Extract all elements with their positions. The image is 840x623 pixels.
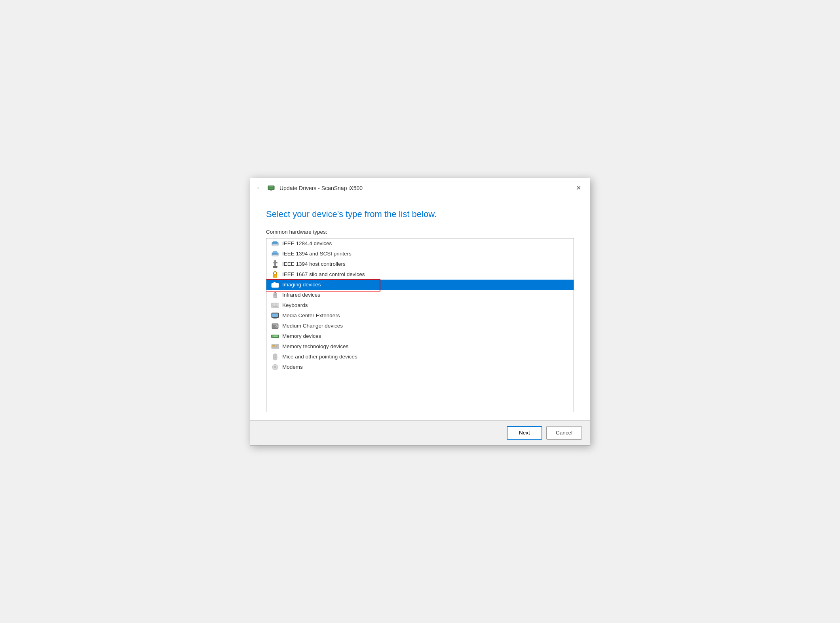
svg-rect-51 xyxy=(273,335,274,337)
list-item-label: IEEE 1394 host controllers xyxy=(282,261,346,267)
disk-icon xyxy=(271,323,279,329)
svg-point-48 xyxy=(276,326,277,327)
list-item-label: Media Center Extenders xyxy=(282,312,340,318)
list-item-label: Medium Changer devices xyxy=(282,323,343,329)
svg-rect-17 xyxy=(273,263,274,263)
svg-point-23 xyxy=(274,285,276,286)
svg-rect-55 xyxy=(277,335,278,337)
svg-rect-52 xyxy=(274,335,275,337)
list-item-label: Modems xyxy=(282,364,303,370)
card-icon xyxy=(271,343,279,350)
infrared-icon xyxy=(271,292,279,298)
keyboard-icon xyxy=(271,302,279,309)
printer-icon xyxy=(271,251,279,257)
list-item-ieee1394scsi[interactable]: IEEE 1394 and SCSI printers xyxy=(266,249,574,259)
list-label: Common hardware types: xyxy=(266,229,574,235)
svg-point-62 xyxy=(275,356,276,358)
page-heading: Select your device's type from the list … xyxy=(266,209,574,219)
back-button[interactable]: ← xyxy=(256,184,263,192)
cancel-button[interactable]: Cancel xyxy=(546,426,582,440)
close-button[interactable]: ✕ xyxy=(572,182,584,194)
svg-rect-35 xyxy=(276,303,277,304)
camera-icon xyxy=(271,282,279,288)
svg-rect-42 xyxy=(272,313,278,317)
generic-icon xyxy=(271,364,279,370)
svg-rect-53 xyxy=(275,335,276,337)
svg-rect-60 xyxy=(272,347,278,348)
dialog-title: Update Drivers - ScanSnap iX500 xyxy=(279,185,363,191)
list-item-keyboards[interactable]: Keyboards xyxy=(266,300,574,311)
list-item-label: Imaging devices xyxy=(282,282,321,288)
list-item-label: Memory technology devices xyxy=(282,343,348,349)
update-drivers-dialog: ← Update Drivers - ScanSnap iX500 ✕ Sele… xyxy=(250,178,590,446)
list-item-label: Keyboards xyxy=(282,302,308,308)
svg-rect-11 xyxy=(272,255,278,256)
next-button[interactable]: Next xyxy=(507,426,542,440)
svg-rect-1 xyxy=(269,187,271,187)
hardware-list-scroll[interactable]: IEEE 1284.4 devicesIEEE 1394 and SCSI pr… xyxy=(266,238,574,412)
lock-icon xyxy=(271,271,279,278)
list-item-mice[interactable]: Mice and other pointing devices xyxy=(266,352,574,362)
svg-rect-2 xyxy=(271,187,273,187)
svg-rect-40 xyxy=(273,306,278,307)
svg-rect-25 xyxy=(277,284,278,284)
title-bar: ← Update Drivers - ScanSnap iX500 ✕ xyxy=(250,178,590,198)
hardware-list-container: IEEE 1284.4 devicesIEEE 1394 and SCSI pr… xyxy=(266,238,574,412)
svg-rect-29 xyxy=(274,295,276,296)
svg-rect-7 xyxy=(272,244,278,246)
list-item-label: IEEE 1667 silo and control devices xyxy=(282,271,365,277)
svg-rect-18 xyxy=(276,262,277,263)
svg-point-8 xyxy=(277,243,277,244)
svg-point-27 xyxy=(275,292,276,293)
svg-rect-50 xyxy=(272,335,273,337)
svg-rect-44 xyxy=(273,318,277,318)
main-content: Select your device's type from the list … xyxy=(250,198,590,420)
svg-rect-34 xyxy=(275,303,276,304)
svg-rect-37 xyxy=(273,305,274,305)
list-item-label: Infrared devices xyxy=(282,292,320,298)
printer-icon xyxy=(271,240,279,247)
list-item-label: Mice and other pointing devices xyxy=(282,354,357,360)
svg-rect-28 xyxy=(274,294,276,295)
list-item-imaging[interactable]: Imaging devices xyxy=(266,280,574,290)
dialog-footer: Next Cancel xyxy=(250,420,590,445)
svg-rect-13 xyxy=(274,260,276,266)
svg-point-12 xyxy=(277,253,277,254)
list-item-mediacenter[interactable]: Media Center Extenders xyxy=(266,311,574,321)
list-item-label: Memory devices xyxy=(282,333,321,339)
list-item-label: IEEE 1394 and SCSI printers xyxy=(282,251,352,257)
svg-rect-33 xyxy=(273,303,274,304)
list-item-ieee1394host[interactable]: IEEE 1394 host controllers xyxy=(266,259,574,269)
memory-icon xyxy=(271,333,279,339)
svg-rect-14 xyxy=(273,266,277,268)
svg-rect-24 xyxy=(274,282,276,283)
svg-rect-39 xyxy=(276,305,277,305)
svg-rect-4 xyxy=(270,190,272,191)
list-item-ieee1667[interactable]: IEEE 1667 silo and control devices xyxy=(266,269,574,280)
list-item-mediumchanger[interactable]: Medium Changer devices xyxy=(266,321,574,331)
svg-rect-10 xyxy=(273,251,277,253)
svg-rect-58 xyxy=(276,345,278,346)
svg-rect-32 xyxy=(272,303,273,304)
svg-rect-57 xyxy=(272,345,275,347)
list-item-infrared[interactable]: Infrared devices xyxy=(266,290,574,300)
list-item-memorytech[interactable]: Memory technology devices xyxy=(266,341,574,352)
svg-rect-30 xyxy=(274,297,276,297)
list-item-label: IEEE 1284.4 devices xyxy=(282,240,332,246)
list-item-ieee1284[interactable]: IEEE 1284.4 devices xyxy=(266,238,574,249)
svg-rect-43 xyxy=(274,318,276,318)
svg-rect-36 xyxy=(272,305,273,305)
svg-rect-46 xyxy=(273,323,277,325)
svg-point-20 xyxy=(275,275,276,276)
svg-rect-59 xyxy=(276,346,277,347)
list-item-memory[interactable]: Memory devices xyxy=(266,331,574,341)
list-item-modem[interactable]: Modems xyxy=(266,362,574,372)
svg-point-64 xyxy=(274,366,276,368)
svg-rect-54 xyxy=(276,335,277,337)
svg-rect-38 xyxy=(275,305,276,305)
mouse-icon xyxy=(271,354,279,360)
usb-icon xyxy=(271,261,279,267)
monitor-icon xyxy=(271,312,279,319)
device-icon xyxy=(267,184,276,192)
svg-rect-6 xyxy=(273,241,277,242)
